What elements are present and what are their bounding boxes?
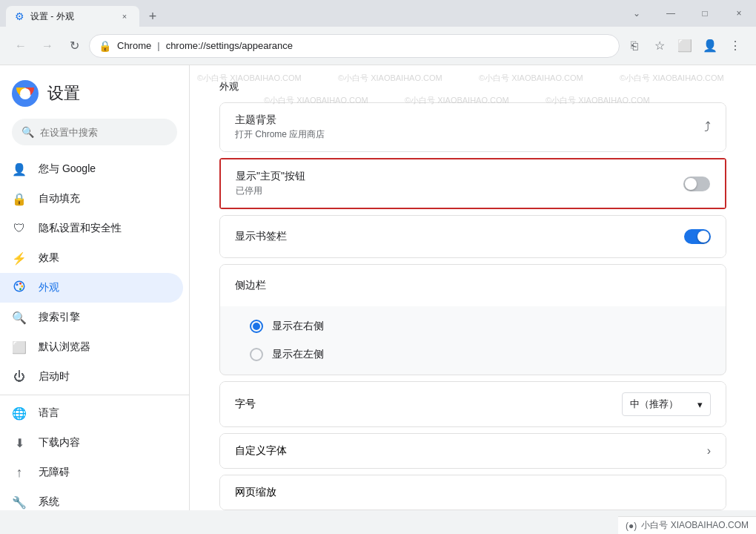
custom-fonts-row[interactable]: 自定义字体 › — [220, 434, 726, 468]
dropdown-arrow-icon: ▾ — [697, 399, 703, 410]
close-button[interactable]: × — [722, 0, 756, 27]
radio-left-circle[interactable] — [250, 348, 263, 361]
home-button-section: 显示"主页"按钮 已停用 — [219, 158, 726, 209]
chevron-down-icon[interactable]: ⌄ — [620, 0, 654, 27]
chrome-logo — [12, 80, 39, 107]
sidebar-item-accessibility[interactable]: ↑ 无障碍 — [0, 458, 183, 487]
profile-icon[interactable]: 👤 — [698, 34, 722, 58]
sidebar-item-label-google: 您与 Google — [39, 162, 96, 176]
section-title: 外观 — [219, 65, 726, 102]
radio-right-circle[interactable] — [250, 320, 263, 333]
sidebar-item-language[interactable]: 🌐 语言 — [0, 398, 183, 428]
sidebar-item-label-accessibility: 无障碍 — [39, 466, 70, 479]
page-zoom-row[interactable]: 网页缩放 — [220, 475, 726, 510]
svg-point-6 — [19, 283, 21, 285]
radio-group: 显示在右侧 显示在左侧 — [220, 306, 726, 375]
bookmark-icon[interactable]: ☆ — [648, 34, 672, 58]
maximize-button[interactable]: □ — [688, 0, 722, 27]
sidebar-item-label-downloads: 下载内容 — [39, 436, 80, 449]
sidebar-divider — [0, 395, 189, 395]
home-button-sublabel: 已停用 — [236, 185, 305, 197]
shield-icon: 🛡 — [12, 222, 27, 235]
font-size-label: 字号 — [235, 398, 256, 411]
sidebar-item-downloads[interactable]: ⬇ 下载内容 — [0, 428, 183, 458]
svg-point-8 — [19, 288, 21, 290]
main-content: ©小白号 XIAOBAIHAO.COM ©小白号 XIAOBAIHAO.COM … — [190, 65, 756, 510]
sidebar-item-label-system: 系统 — [39, 495, 59, 509]
watermark-bottom-text: 小白号 XIAOBAIHAO.COM — [641, 519, 749, 532]
forward-button[interactable]: → — [36, 34, 59, 58]
active-tab[interactable]: ⚙ 设置 - 外观 × — [6, 6, 139, 27]
title-bar: ⚙ 设置 - 外观 × + ⌄ — □ × — [0, 0, 756, 27]
new-tab-button[interactable]: + — [142, 6, 163, 27]
watermark-symbol: (●) — [626, 521, 637, 531]
sidebar-item-performance[interactable]: ⚡ 效果 — [0, 243, 183, 273]
language-icon: 🌐 — [12, 406, 27, 421]
tab-favicon: ⚙ — [15, 10, 24, 22]
page-zoom-card: 网页缩放 — [219, 475, 726, 510]
home-button-row: 显示"主页"按钮 已停用 — [221, 159, 725, 208]
sidebar-item-label-search: 搜索引擎 — [39, 311, 80, 324]
download-icon: ⬇ — [12, 436, 27, 450]
palette-icon — [12, 280, 27, 296]
home-button-label: 显示"主页"按钮 — [236, 170, 305, 183]
sidebar-item-google[interactable]: 👤 您与 Google — [0, 154, 183, 184]
sidebar-section-label: 侧边栏 — [235, 279, 266, 292]
sidebar-item-label-browser: 默认浏览器 — [39, 340, 90, 354]
omnibox[interactable]: 🔒 Chrome | chrome://settings/appearance — [89, 34, 620, 58]
bottom-bar: (●) 小白号 XIAOBAIHAO.COM — [618, 516, 756, 534]
external-link-icon[interactable]: ⤴ — [704, 119, 711, 135]
toolbar-icons: ⎗ ☆ ⬜ 👤 ⋮ — [623, 34, 747, 58]
settings-title: 设置 — [47, 82, 80, 105]
sidebar-item-label-appearance: 外观 — [39, 281, 59, 294]
back-button[interactable]: ← — [9, 34, 33, 58]
sidebar-item-appearance[interactable]: 外观 — [0, 273, 183, 303]
sidebar-item-startup[interactable]: ⏻ 启动时 — [0, 362, 183, 392]
bookmarks-row: 显示书签栏 — [220, 216, 726, 257]
autofill-icon: 🔒 — [12, 192, 27, 206]
sidebar-item-label-startup: 启动时 — [39, 370, 70, 383]
sidebar-item-label-performance: 效果 — [39, 251, 59, 265]
font-size-row: 字号 中（推荐） ▾ — [220, 382, 726, 426]
share-icon[interactable]: ⎗ — [623, 34, 646, 58]
font-size-select[interactable]: 中（推荐） ▾ — [622, 392, 711, 416]
radio-right[interactable]: 显示在右侧 — [250, 312, 711, 340]
sidebar-item-privacy[interactable]: 🛡 隐私设置和安全性 — [0, 214, 183, 243]
url-text: chrome://settings/appearance — [166, 40, 293, 51]
bookmarks-label: 显示书签栏 — [235, 230, 287, 243]
bookmarks-toggle[interactable] — [684, 229, 711, 244]
extensions-icon[interactable]: ⬜ — [673, 34, 697, 58]
tab-title: 设置 - 外观 — [30, 10, 74, 23]
system-icon: 🔧 — [12, 495, 27, 510]
svg-point-2 — [20, 88, 30, 99]
home-button-toggle[interactable] — [683, 177, 710, 191]
window-controls: ⌄ — □ × — [620, 0, 756, 27]
sidebar-item-browser[interactable]: ⬜ 默认浏览器 — [0, 332, 183, 362]
radio-left[interactable]: 显示在左侧 — [250, 340, 711, 369]
url-prefix: Chrome — [117, 40, 151, 51]
search-input[interactable] — [40, 127, 168, 138]
bookmarks-text: 显示书签栏 — [235, 230, 287, 243]
sidebar-item-autofill[interactable]: 🔒 自动填充 — [0, 184, 183, 214]
svg-point-5 — [16, 283, 19, 286]
search-box[interactable]: 🔍 — [12, 119, 177, 145]
minimize-button[interactable]: — — [654, 0, 688, 27]
menu-icon[interactable]: ⋮ — [723, 34, 747, 58]
search-engine-icon: 🔍 — [12, 311, 27, 325]
reload-button[interactable]: ↻ — [62, 34, 86, 58]
theme-sublabel: 打开 Chrome 应用商店 — [235, 128, 325, 141]
tab-close-button[interactable]: × — [119, 10, 130, 22]
accessibility-icon: ↑ — [12, 465, 27, 481]
chevron-right-icon: › — [707, 444, 711, 458]
url-separator: | — [157, 40, 159, 51]
sidebar-item-label-language: 语言 — [39, 406, 59, 420]
theme-text: 主题背景 打开 Chrome 应用商店 — [235, 113, 325, 141]
browser-content: 设置 🔍 👤 您与 Google 🔒 自动填充 🛡 隐私设置和安全性 ⚡ — [0, 65, 756, 510]
person-icon: 👤 — [12, 162, 27, 177]
sidebar-item-system[interactable]: 🔧 系统 — [0, 487, 183, 510]
home-button-text: 显示"主页"按钮 已停用 — [236, 170, 305, 197]
font-size-value: 中（推荐） — [630, 398, 678, 411]
lock-icon: 🔒 — [99, 40, 111, 52]
sidebar-item-search[interactable]: 🔍 搜索引擎 — [0, 303, 183, 332]
browser-icon: ⬜ — [12, 340, 27, 355]
